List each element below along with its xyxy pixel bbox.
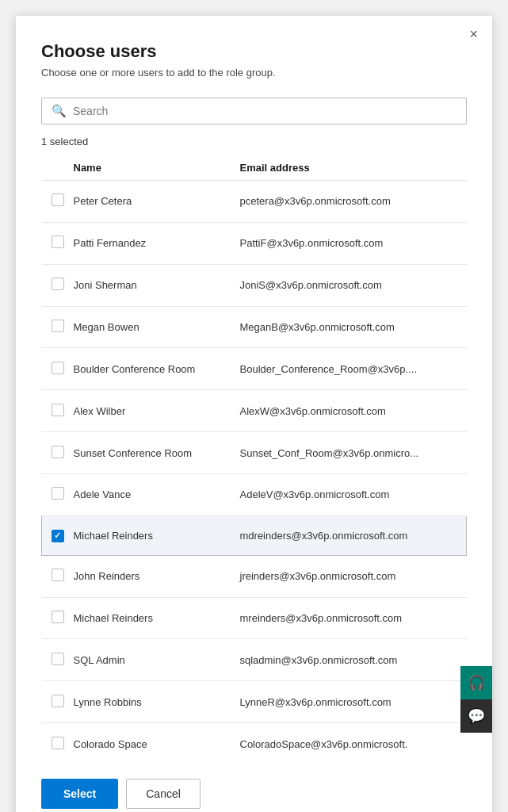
row-email: JoniS@x3v6p.onmicrosoft.com [232, 264, 467, 306]
row-email: PattiF@x3v6p.onmicrosoft.com [232, 222, 467, 264]
users-table: Name Email address Peter Ceterapcetera@x… [41, 155, 467, 764]
row-checkbox-cell[interactable] [42, 639, 74, 681]
row-checkbox[interactable] [52, 737, 64, 749]
table-row[interactable]: Lynne RobbinsLynneR@x3v6p.onmicrosoft.co… [42, 681, 467, 723]
row-name: SQL Admin [74, 639, 232, 681]
row-name: Boulder Conference Room [74, 348, 232, 390]
row-name: Lynne Robbins [74, 681, 232, 723]
row-checkbox-cell[interactable] [42, 181, 74, 223]
row-checkbox[interactable] [52, 569, 64, 581]
row-checkbox-cell[interactable] [42, 597, 74, 639]
table-row[interactable]: John Reindersjreinders@x3v6p.onmicrosoft… [42, 555, 467, 597]
table-row[interactable]: Michael Reindersmreinders@x3v6p.onmicros… [42, 597, 467, 639]
col-name: Name [74, 155, 232, 181]
row-checkbox-cell[interactable] [42, 555, 74, 597]
row-name: Colorado Space [74, 723, 232, 764]
close-button[interactable]: × [469, 27, 478, 41]
headset-icon-button[interactable]: 🎧 [460, 666, 492, 699]
row-checkbox-cell[interactable] [42, 474, 74, 516]
row-name: Peter Cetera [74, 181, 232, 223]
dialog-footer: Select Cancel [41, 764, 467, 809]
table-row[interactable]: Boulder Conference RoomBoulder_Conferenc… [42, 348, 467, 390]
table-row[interactable]: Sunset Conference RoomSunset_Conf_Room@x… [42, 432, 467, 474]
row-email: ColoradoSpace@x3v6p.onmicrosoft. [232, 723, 467, 764]
row-name: Michael Reinders [74, 597, 232, 639]
row-checkbox[interactable] [52, 278, 64, 290]
row-email: sqladmin@x3v6p.onmicrosoft.com [232, 639, 467, 681]
row-name: John Reinders [74, 555, 232, 597]
table-row[interactable]: Peter Ceterapcetera@x3v6p.onmicrosoft.co… [42, 181, 467, 223]
col-email: Email address [232, 155, 467, 181]
row-email: Sunset_Conf_Room@x3v6p.onmicro... [232, 432, 467, 474]
row-checkbox-cell[interactable] [42, 222, 74, 264]
row-email: AlexW@x3v6p.onmicrosoft.com [232, 390, 467, 432]
table-row[interactable]: SQL Adminsqladmin@x3v6p.onmicrosoft.com [42, 639, 467, 681]
row-checkbox-cell[interactable] [42, 681, 74, 723]
row-name: Michael Reinders [74, 515, 232, 555]
row-email: mdreinders@x3v6p.onmicrosoft.com [232, 515, 467, 555]
row-email: MeganB@x3v6p.onmicrosoft.com [232, 306, 467, 348]
row-email: LynneR@x3v6p.onmicrosoft.com [232, 681, 467, 723]
row-email: mreinders@x3v6p.onmicrosoft.com [232, 597, 467, 639]
search-icon: 🔍 [52, 104, 67, 118]
row-email: Boulder_Conference_Room@x3v6p.... [232, 348, 467, 390]
side-icons-panel: 🎧 💬 [460, 666, 492, 733]
row-checkbox[interactable] [52, 530, 64, 542]
cancel-button[interactable]: Cancel [126, 779, 201, 809]
row-name: Alex Wilber [74, 390, 232, 432]
dialog-subtitle: Choose one or more users to add to the r… [41, 67, 467, 79]
select-button[interactable]: Select [41, 779, 118, 809]
row-checkbox[interactable] [52, 487, 64, 500]
row-checkbox[interactable] [52, 362, 64, 374]
dialog-title: Choose users [41, 41, 467, 62]
row-name: Megan Bowen [74, 306, 232, 348]
row-checkbox[interactable] [52, 236, 64, 248]
table-row[interactable]: Patti FernandezPattiF@x3v6p.onmicrosoft.… [42, 222, 467, 264]
table-row[interactable]: Megan BowenMeganB@x3v6p.onmicrosoft.com [42, 306, 467, 348]
row-name: Joni Sherman [74, 264, 232, 306]
row-checkbox[interactable] [52, 653, 64, 665]
row-checkbox-cell[interactable] [42, 515, 74, 555]
search-input[interactable] [73, 105, 456, 117]
row-email: jreinders@x3v6p.onmicrosoft.com [232, 555, 467, 597]
row-email: pcetera@x3v6p.onmicrosoft.com [232, 181, 467, 223]
row-checkbox-cell[interactable] [42, 348, 74, 390]
table-row[interactable]: Colorado SpaceColoradoSpace@x3v6p.onmicr… [42, 723, 467, 764]
row-checkbox[interactable] [52, 611, 64, 623]
table-row[interactable]: Alex WilberAlexW@x3v6p.onmicrosoft.com [42, 390, 467, 432]
choose-users-dialog: × Choose users Choose one or more users … [16, 16, 492, 812]
row-checkbox-cell[interactable] [42, 264, 74, 306]
row-checkbox-cell[interactable] [42, 390, 74, 432]
row-checkbox[interactable] [52, 695, 64, 707]
row-checkbox[interactable] [52, 320, 64, 332]
row-checkbox[interactable] [52, 193, 64, 206]
search-box[interactable]: 🔍 [41, 98, 467, 124]
row-checkbox[interactable] [52, 404, 64, 416]
row-checkbox-cell[interactable] [42, 432, 74, 474]
row-name: Patti Fernandez [74, 222, 232, 264]
col-checkbox [42, 155, 74, 181]
row-name: Sunset Conference Room [74, 432, 232, 474]
row-checkbox[interactable] [52, 446, 64, 458]
row-checkbox-cell[interactable] [42, 723, 74, 764]
table-row[interactable]: Joni ShermanJoniS@x3v6p.onmicrosoft.com [42, 264, 467, 306]
table-row[interactable]: Adele VanceAdeleV@x3v6p.onmicrosoft.com [42, 474, 467, 516]
row-name: Adele Vance [74, 474, 232, 516]
table-row[interactable]: Michael Reindersmdreinders@x3v6p.onmicro… [42, 515, 467, 555]
row-email: AdeleV@x3v6p.onmicrosoft.com [232, 474, 467, 516]
row-checkbox-cell[interactable] [42, 306, 74, 348]
selected-count: 1 selected [41, 136, 467, 147]
chat-icon-button[interactable]: 💬 [460, 699, 492, 733]
